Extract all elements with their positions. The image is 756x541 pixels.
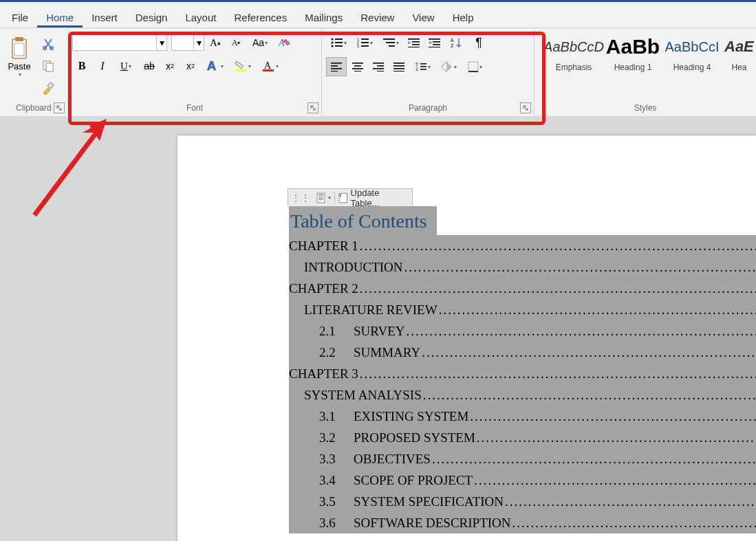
document-content[interactable]: Table of Contents CHAPTER 1 ............… (289, 206, 756, 533)
toc-gallery-button[interactable]: ▾ (313, 189, 334, 206)
strikethrough-button[interactable]: ab (140, 57, 159, 75)
superscript-button[interactable]: x2 (181, 57, 200, 75)
toc-entry[interactable]: LITERATURE REVIEW ......................… (289, 299, 756, 320)
menu-home[interactable]: Home (37, 8, 83, 27)
menu-references[interactable]: References (225, 8, 296, 27)
svg-rect-51 (393, 65, 404, 67)
svg-rect-46 (373, 63, 384, 64)
align-left-button[interactable] (326, 57, 347, 76)
svg-rect-38 (331, 63, 342, 64)
toc-entry[interactable]: 2.2SUMMARY .............................… (289, 342, 756, 363)
style-hea[interactable]: AaEHea (724, 35, 754, 72)
toc-entry[interactable]: INTRODUCTION ...........................… (289, 256, 756, 278)
svg-rect-60 (318, 195, 323, 195)
menu-view[interactable]: View (403, 8, 443, 27)
svg-rect-48 (373, 68, 384, 69)
toc-entry[interactable]: 3.4SCOPE OF PROJECT ....................… (289, 470, 756, 491)
font-dialog-launcher[interactable] (307, 102, 318, 113)
paste-button[interactable]: Paste ▾ (3, 34, 36, 78)
svg-rect-42 (352, 63, 363, 64)
menu-file[interactable]: File (3, 8, 37, 27)
chevron-down-icon: ▾ (19, 71, 21, 78)
menu-help[interactable]: Help (444, 8, 483, 27)
text-effects-button[interactable]: A▾ (202, 57, 228, 75)
svg-rect-32 (429, 38, 440, 40)
style-emphasis[interactable]: AaBbCcDEmphasis (547, 35, 601, 72)
font-name-combo[interactable]: ▾ (72, 34, 167, 51)
svg-rect-25 (383, 38, 395, 40)
style-heading-4[interactable]: AaBbCcIHeading 4 (665, 35, 719, 72)
toc-entry[interactable]: 3.3OBJECTIVES ..........................… (289, 448, 756, 470)
svg-rect-18 (335, 45, 343, 47)
toc-entry[interactable]: 3.5SYSTEM SPECIFICATION ................… (289, 491, 756, 512)
paragraph-dialog-launcher[interactable] (520, 102, 531, 113)
svg-rect-12 (263, 69, 274, 71)
font-size-combo[interactable]: ▾ (171, 34, 204, 51)
show-hide-button[interactable]: ¶ (469, 34, 488, 52)
toc-entry[interactable]: 3.6SOFTWARE DESCRIPTION ................… (289, 512, 756, 533)
multilevel-list-button[interactable]: ▾ (378, 34, 403, 52)
svg-rect-56 (420, 69, 426, 70)
style-heading-1[interactable]: AaBbHeading 1 (606, 35, 660, 72)
subscript-button[interactable]: x2 (160, 57, 180, 75)
styles-group-label: Styles (537, 101, 753, 115)
svg-rect-6 (46, 63, 53, 71)
menu-review[interactable]: Review (352, 8, 403, 27)
chevron-down-icon: ▾ (328, 195, 331, 201)
bold-button[interactable]: B (72, 57, 91, 75)
toc-entry[interactable]: SYSTEM ANALYSIS ........................… (289, 384, 756, 406)
toc-entry[interactable]: CHAPTER 1 ..............................… (289, 235, 756, 256)
svg-rect-30 (412, 44, 420, 45)
align-center-button[interactable] (348, 58, 367, 76)
cut-button[interactable] (39, 35, 58, 53)
grow-font-button[interactable]: A▴ (206, 34, 225, 52)
decrease-indent-button[interactable] (404, 34, 424, 52)
svg-rect-62 (318, 198, 323, 199)
shrink-font-button[interactable]: A▾ (226, 34, 246, 52)
borders-button[interactable]: ▾ (462, 58, 487, 76)
align-right-button[interactable] (369, 58, 388, 76)
bullets-button[interactable]: ▾ (326, 34, 351, 52)
numbering-button[interactable]: 123▾ (352, 34, 377, 52)
svg-rect-34 (433, 44, 440, 45)
font-color-button[interactable]: A▾ (257, 57, 283, 75)
svg-rect-7 (47, 82, 54, 89)
drag-handle-icon[interactable]: ⋮⋮ (288, 192, 313, 203)
clear-formatting-button[interactable]: A (274, 34, 294, 52)
highlight-button[interactable]: ▾ (229, 57, 255, 75)
svg-rect-63 (318, 199, 323, 200)
styles-gallery[interactable]: AaBbCcDEmphasisAaBbHeading 1AaBbCcIHeadi… (537, 31, 753, 72)
toc-entry[interactable]: CHAPTER 3 ..............................… (289, 363, 756, 384)
copy-button[interactable] (39, 57, 58, 75)
svg-point-15 (331, 42, 333, 44)
toc-entry[interactable]: 3.1EXISTING SYSTEM .....................… (289, 406, 756, 427)
toc-entry[interactable]: CHAPTER 2 ..............................… (289, 278, 756, 299)
svg-rect-28 (408, 38, 420, 40)
svg-text:A: A (264, 60, 272, 71)
underline-button[interactable]: U▾ (114, 57, 138, 75)
page-icon (338, 192, 348, 203)
svg-rect-61 (318, 197, 323, 197)
increase-indent-button[interactable] (425, 34, 444, 52)
line-spacing-button[interactable]: ▾ (410, 58, 435, 76)
change-case-button[interactable]: Aa▾ (247, 34, 273, 52)
format-painter-button[interactable] (39, 79, 58, 97)
toc-entry[interactable]: 3.2PROPOSED SYSTEM .....................… (289, 427, 756, 448)
update-table-label: Update Table... (351, 188, 409, 208)
svg-rect-26 (386, 42, 395, 43)
toc-entry[interactable]: 2.1SURVEY ..............................… (289, 320, 756, 342)
italic-button[interactable]: I (93, 57, 112, 75)
justify-button[interactable] (389, 58, 409, 76)
shading-button[interactable]: ▾ (436, 58, 461, 76)
clipboard-dialog-launcher[interactable] (54, 102, 65, 113)
menu-design[interactable]: Design (127, 8, 177, 27)
update-table-button[interactable]: Update Table... (335, 189, 412, 206)
sort-button[interactable]: AZ (446, 34, 468, 52)
svg-text:A: A (207, 60, 216, 72)
menu-layout[interactable]: Layout (176, 8, 225, 27)
word-window: FileHomeInsertDesignLayoutReferencesMail… (0, 0, 756, 541)
menu-insert[interactable]: Insert (83, 8, 127, 27)
menu-mailings[interactable]: Mailings (296, 8, 352, 27)
toc-title[interactable]: Table of Contents (289, 206, 437, 235)
menu-bar: FileHomeInsertDesignLayoutReferencesMail… (0, 2, 756, 28)
